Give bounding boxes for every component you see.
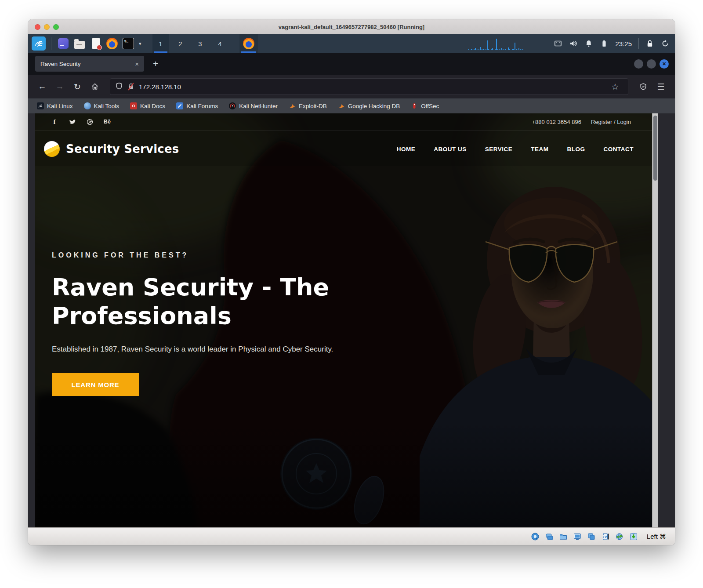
nav-home[interactable]: HOME [397,146,416,152]
nav-contact[interactable]: CONTACT [604,146,634,152]
bookmark-label: Kali NetHunter [239,103,278,109]
kali-tools-icon [84,102,91,109]
url-text[interactable]: 172.28.128.10 [139,83,603,91]
vm-titlebar: vagrant-kali_default_1649657277982_50460… [28,19,675,34]
page-viewport: f Bē +880 012 3654 896 Register / Logi [35,113,658,527]
network-status-icon[interactable] [615,532,624,541]
shared-clipboard-status-icon[interactable] [587,532,596,541]
nav-about-us[interactable]: ABOUT US [434,146,467,152]
bookmark-label: Exploit-DB [299,103,327,109]
social-links: f Bē [51,118,111,125]
offsec-icon [411,102,418,109]
bookmark-label: Kali Forums [186,103,218,109]
system-tray: 23:25 [554,38,670,49]
logout-icon[interactable] [661,39,670,48]
browser-maximize-button[interactable] [647,59,656,69]
display-status-icon[interactable] [573,532,582,541]
panel-separator [234,37,234,50]
new-tab-button[interactable]: + [153,58,158,69]
battery-tray-icon[interactable] [600,39,609,48]
facebook-icon[interactable]: f [51,118,58,125]
twitter-icon[interactable] [69,118,76,125]
dribbble-icon[interactable] [86,118,93,125]
menu-hamburger-icon[interactable]: ☰ [653,79,669,94]
panel-separator [147,37,147,50]
file-manager-launcher[interactable] [73,37,86,50]
page-scrollbar[interactable] [652,113,658,527]
lock-screen-icon[interactable] [645,39,654,48]
zoom-window-button[interactable] [53,24,59,30]
minimize-window-button[interactable] [44,24,50,30]
bookmark-kali-linux[interactable]: Kali Linux [37,102,73,109]
workspace-2[interactable]: 2 [172,34,189,53]
bookmark-kali-tools[interactable]: Kali Tools [84,102,120,109]
learn-more-button[interactable]: LEARN MORE [52,373,139,396]
browser-content-area: f Bē +880 012 3654 896 Register / Logi [28,113,675,527]
shared-folders-status-icon[interactable] [559,532,568,541]
site-logo[interactable] [44,141,60,157]
hero-subtitle: Established in 1987, Raven Security is a… [52,344,373,355]
tray-separator [638,38,639,49]
tab-raven-security[interactable]: Raven Security × [35,56,144,72]
bookmarks-toolbar: Kali Linux Kali Tools Kali Docs Kal [28,98,675,113]
bookmark-kali-forums[interactable]: Kali Forums [176,102,218,109]
firefox-launcher[interactable] [105,37,119,50]
bookmark-label: Google Hacking DB [348,103,400,109]
display-tray-icon[interactable] [554,39,562,48]
taskbar-firefox-window[interactable] [239,34,258,53]
protections-shield-icon[interactable] [635,79,651,94]
bookmark-kali-nethunter[interactable]: Kali NetHunter [229,102,278,109]
notifications-bell-icon[interactable] [584,39,593,48]
nav-service[interactable]: SERVICE [485,146,513,152]
bookmark-kali-docs[interactable]: Kali Docs [130,102,165,109]
forward-button[interactable]: → [52,79,68,94]
home-button[interactable] [87,79,103,94]
cpu-graph[interactable] [468,37,545,50]
panel-separator [51,37,51,50]
bookmark-google-hacking-db[interactable]: Google Hacking DB [338,102,400,109]
exploit-db-icon [289,102,296,109]
browser-close-button[interactable]: × [660,59,669,69]
scrollbar-thumb[interactable] [653,116,657,181]
nav-team[interactable]: TEAM [531,146,548,152]
traffic-lights [35,24,59,30]
behance-icon[interactable]: Bē [104,118,111,125]
bookmark-star-icon[interactable]: ☆ [607,79,623,94]
bookmark-offsec[interactable]: OffSec [411,102,439,109]
folder-icon [74,41,85,49]
kali-menu-button[interactable] [32,36,46,51]
desktop-icon [58,38,69,49]
register-login-link[interactable]: Register / Login [591,119,631,125]
url-bar[interactable]: 172.28.128.10 ☆ [110,78,628,95]
nav-blog[interactable]: BLOG [567,146,585,152]
terminal-icon: $_ [123,38,134,49]
tracking-shield-icon[interactable] [115,82,123,92]
site-nav: HOME ABOUT US SERVICE TEAM BLOG CONTACT [397,146,634,152]
machine-log-status-icon[interactable]: V [601,532,610,541]
browser-minimize-button[interactable] [634,59,643,69]
show-desktop-button[interactable] [57,37,70,50]
optical-drive-status-icon[interactable] [545,532,554,541]
tab-bar: Raven Security × + × [28,53,675,75]
topbar-right: +880 012 3654 896 Register / Login [532,119,631,125]
site-topbar: f Bē +880 012 3654 896 Register / Logi [35,113,658,131]
workspace-3[interactable]: 3 [192,34,209,53]
workspace-1[interactable]: 1 [152,34,169,53]
site-brand[interactable]: Security Services [66,142,179,156]
clock[interactable]: 23:25 [615,40,632,47]
vm-window-title: vagrant-kali_default_1649657277982_50460… [279,24,424,30]
close-window-button[interactable] [35,24,40,30]
terminal-launcher[interactable]: $_ [122,37,135,50]
volume-tray-icon[interactable] [569,39,578,48]
text-editor-launcher[interactable] [89,37,102,50]
reload-button[interactable]: ↻ [69,79,85,94]
insecure-lock-icon[interactable] [127,83,134,91]
chevron-down-icon[interactable]: ▾ [139,41,141,47]
hdd-status-icon[interactable] [531,532,540,541]
tab-close-icon[interactable]: × [135,60,139,68]
bookmark-label: Kali Linux [47,103,73,109]
bookmark-exploit-db[interactable]: Exploit-DB [289,102,327,109]
back-button[interactable]: ← [34,79,50,94]
workspace-4[interactable]: 4 [212,34,228,53]
updates-status-icon[interactable] [629,532,638,541]
